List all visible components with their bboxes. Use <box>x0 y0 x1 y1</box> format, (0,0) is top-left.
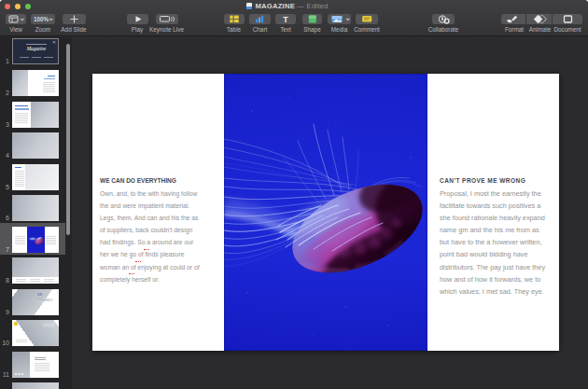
svg-text:T: T <box>283 14 288 23</box>
svg-text:100%: 100% <box>34 15 49 21</box>
